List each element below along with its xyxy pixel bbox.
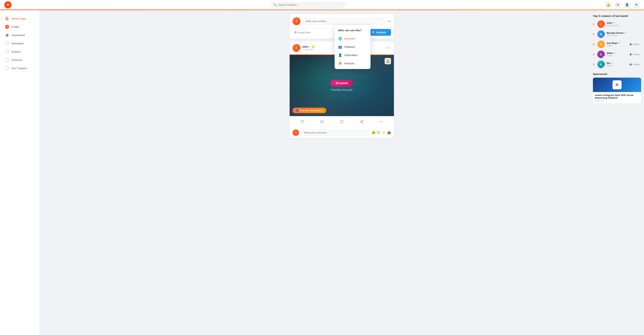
- image-icon: 🖼: [294, 31, 297, 34]
- free-subscriber-badge[interactable]: 👤 Free for subscribers!: [292, 108, 326, 113]
- image-attach-icon[interactable]: 🖼: [377, 131, 380, 134]
- subscribers-icon: 👤: [338, 53, 342, 57]
- post-user-info: John ✓ ★ a week ago: [302, 45, 315, 51]
- sidebar-item-profile[interactable]: J Profile: [0, 23, 40, 31]
- purchase-overlay: 35 points Purchase this post!: [330, 80, 353, 91]
- more-icon: [379, 120, 383, 124]
- home-icon: 🏠: [5, 16, 9, 20]
- creator-role: Active: [606, 44, 626, 47]
- creator-item: 5 E Efe ✓ Active ➕ Follow: [593, 60, 641, 68]
- creator-rank: 3: [593, 43, 596, 46]
- sidebar-item-home[interactable]: 🏠 Home Page: [0, 14, 40, 23]
- dashboard-icon: ▦: [5, 33, 9, 37]
- creator-role: Super Active: [606, 24, 641, 27]
- sidebar-item-dashboard[interactable]: ▦ Dashboard: [0, 31, 40, 39]
- creator-role: Active: [606, 54, 626, 57]
- search-input[interactable]: [278, 4, 343, 6]
- creator-item: 4 D Dilber ✓ Active ➕ Follow: [593, 50, 641, 58]
- points-badge[interactable]: 35 points: [330, 80, 353, 87]
- svg-point-1: [360, 121, 361, 122]
- search-bar[interactable]: 🔍: [270, 2, 346, 8]
- post-username: John ✓ ★: [302, 45, 315, 48]
- sponsored-content: oxlann Instagram Style PHP Social Networ…: [593, 92, 641, 104]
- creator-avatar: J: [597, 20, 605, 28]
- sidebar-item-creators[interactable]: Our Creators: [0, 64, 40, 72]
- follow-icon: ➕: [629, 63, 632, 66]
- layout: 🏠 Home Page J Profile ▦ Dashboard Newsfe…: [0, 0, 644, 335]
- creator-name: John ✓: [606, 22, 641, 24]
- comment-button[interactable]: [318, 119, 326, 124]
- subscriber-icon: 👤: [296, 109, 299, 112]
- follow-button[interactable]: ➕ Follow: [628, 52, 641, 56]
- right-sidebar: Top 5 creators of last week! 1 J John ✓ …: [590, 10, 644, 335]
- creator-avatar: E: [597, 60, 605, 68]
- visibility-option-subscribers[interactable]: 👤 Subscribers: [334, 51, 370, 59]
- logo[interactable]: O: [4, 1, 12, 8]
- sidebar-item-label: Our Creators: [12, 67, 27, 70]
- purchase-text: Purchase this post!: [331, 88, 352, 91]
- sidebar-item-label: Premium: [12, 58, 22, 62]
- visibility-dropdown: Who can see this? 🌐 Everyone 👥 Followers…: [334, 25, 370, 69]
- verified-badge: ✓: [618, 42, 621, 44]
- online-dot: [603, 36, 604, 38]
- svg-point-2: [362, 122, 363, 123]
- sidebar-item-newsfeed[interactable]: Newsfeed: [0, 39, 40, 48]
- sidebar-item-label: Dashboard: [12, 34, 25, 37]
- more-options-button[interactable]: [377, 119, 385, 124]
- like-button[interactable]: [298, 119, 306, 124]
- repost-button[interactable]: [338, 119, 346, 124]
- follow-button[interactable]: ➕ Follow: [628, 62, 641, 66]
- sidebar-item-explore[interactable]: Explore: [0, 48, 40, 56]
- send-icon[interactable]: 📤: [387, 131, 391, 134]
- chevron-down-icon[interactable]: ▼: [633, 2, 640, 8]
- feed-container: J ••• 🖼 Image/Video 📢 Publish: [290, 14, 394, 331]
- gif-icon[interactable]: ⚡: [382, 131, 386, 134]
- creator-name: Efe ✓: [606, 62, 626, 64]
- notifications-icon[interactable]: 🔔: [605, 2, 612, 8]
- visibility-option-followers[interactable]: 👥 Followers: [334, 43, 370, 51]
- online-dot: [603, 26, 604, 28]
- sponsored-section: Sponsored N oxlann Instagram Style PHP S…: [593, 72, 641, 104]
- image-video-button[interactable]: 🖼 Image/Video: [292, 30, 313, 35]
- follow-icon: ➕: [629, 53, 632, 56]
- svg-line-3: [361, 122, 362, 122]
- creator-rank: 5: [593, 63, 596, 66]
- post-user: J ★ John ✓ ★ a week ago: [292, 44, 315, 52]
- user-icon[interactable]: 👤: [624, 2, 630, 8]
- explore-icon: [5, 50, 9, 54]
- composer-input[interactable]: [302, 18, 385, 24]
- creator-avatar: M: [597, 30, 605, 38]
- online-dot: [603, 56, 604, 58]
- visibility-option-premium[interactable]: 🔥 Premium: [334, 59, 370, 68]
- everyone-icon: 🌐: [338, 37, 342, 40]
- svg-point-7: [380, 122, 380, 122]
- topbar: O 🔍 🔔 ⚙ 👤 ▼: [0, 0, 644, 10]
- creator-name: Mustafa Özturk ✓: [606, 32, 641, 34]
- visibility-option-everyone[interactable]: 🌐 Everyone: [334, 34, 370, 43]
- online-dot: [603, 46, 604, 48]
- settings-icon[interactable]: ⚙: [614, 2, 621, 8]
- publish-icon: 📢: [372, 31, 375, 34]
- creator-name: Dilber ✓: [606, 52, 626, 54]
- follow-button[interactable]: ➕ Follow: [628, 42, 641, 46]
- sidebar-item-premium[interactable]: Premium: [0, 56, 40, 64]
- post-more-button[interactable]: •••: [386, 46, 391, 50]
- comment-input[interactable]: [301, 130, 370, 136]
- repost-icon: [340, 120, 344, 124]
- composer-menu-icon[interactable]: •••: [387, 19, 391, 23]
- dropdown-header: Who can see this?: [334, 26, 370, 34]
- heart-icon: [300, 120, 304, 124]
- share-button[interactable]: [358, 119, 366, 124]
- creator-item: 1 J John ✓ Super Active: [593, 20, 641, 28]
- verified-icon: ✓: [309, 45, 311, 48]
- creator-role: Active: [606, 64, 626, 67]
- sponsored-image: N: [593, 78, 641, 92]
- emoji-icon[interactable]: 😊: [372, 131, 376, 134]
- creator-item: 3 A Aziz Bayır ✓ Active ➕ Follow: [593, 40, 641, 48]
- premium-fire-icon: 🔥: [338, 62, 342, 66]
- sponsored-card[interactable]: N oxlann Instagram Style PHP Social Netw…: [593, 78, 641, 104]
- comment-avatar: J: [292, 130, 299, 136]
- comment-icons: 😊 🖼 ⚡ 📤: [372, 131, 391, 134]
- comment-area: J 😊 🖼 ⚡ 📤: [290, 127, 394, 138]
- user-badge: ★: [298, 50, 300, 52]
